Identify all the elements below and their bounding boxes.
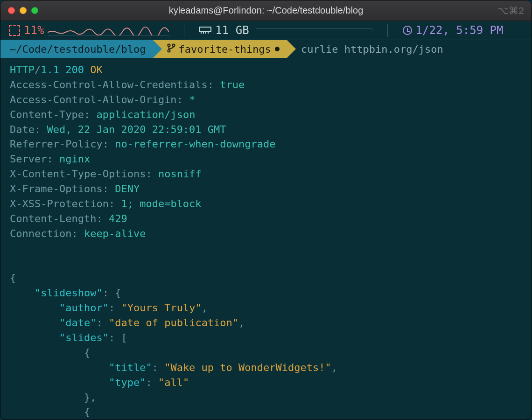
header-key: X-XSS-Protection: [10, 198, 109, 210]
json-brace: {: [10, 272, 16, 284]
status-divider: [184, 24, 184, 37]
clock-icon: [403, 26, 412, 35]
traffic-lights: [8, 7, 38, 14]
terminal-output[interactable]: HTTP/1.1 200 OK Access-Control-Allow-Cre…: [0, 58, 532, 420]
status-divider: [387, 24, 388, 37]
header-value: keep-alive: [84, 228, 146, 239]
json-brace: },: [84, 392, 97, 403]
json-key: "slideshow": [35, 287, 103, 299]
prompt-branch-segment: favorite-things: [153, 40, 287, 58]
header-value: application/json: [96, 109, 195, 120]
branch-dirty-dot: [275, 47, 280, 51]
close-button[interactable]: [8, 7, 15, 14]
header-value: true: [220, 79, 245, 91]
branch-icon: [167, 43, 175, 55]
header-value: nginx: [59, 153, 90, 165]
memory-status: 11 GB: [199, 24, 372, 37]
header-value: 1; mode=block: [121, 198, 201, 210]
http-code: 200: [65, 64, 84, 76]
header-key: Access-Control-Allow-Credentials: [10, 79, 208, 91]
header-value: no-referrer-when-downgrade: [115, 138, 275, 150]
header-key: Server: [10, 153, 47, 165]
prompt-branch: favorite-things: [178, 43, 271, 55]
json-brace: {: [84, 406, 90, 418]
svg-point-7: [168, 49, 170, 52]
minimize-button[interactable]: [20, 7, 27, 14]
header-key: Content-Type: [10, 109, 84, 120]
json-key: "date": [59, 317, 96, 329]
svg-point-6: [173, 44, 175, 46]
http-status: OK: [90, 64, 103, 76]
prompt-path-segment: ~/Code/testdouble/blog: [0, 40, 153, 58]
header-key: X-Frame-Options: [10, 183, 103, 195]
json-key: "slides": [59, 332, 109, 343]
header-key: X-Content-Type-Options: [10, 168, 146, 180]
cpu-percent: 11%: [24, 24, 44, 37]
header-key: Date: [10, 124, 35, 135]
header-key: Referrer-Policy: [10, 138, 103, 150]
memory-value: 11 GB: [215, 24, 249, 37]
http-protocol: HTTP: [10, 64, 35, 76]
header-key: Access-Control-Allow-Origin: [10, 94, 177, 105]
svg-rect-0: [200, 27, 211, 32]
header-value: Wed, 22 Jan 2020 22:59:01 GMT: [47, 124, 226, 135]
json-string: "all": [158, 377, 189, 388]
header-value: DENY: [115, 183, 140, 195]
prompt-bar: ~/Code/testdouble/blog favorite-things c…: [0, 40, 532, 58]
prompt-path: ~/Code/testdouble/blog: [10, 43, 146, 55]
prompt-command: curlie httpbin.org/json: [287, 43, 443, 55]
time-status: 1/22, 5:59 PM: [403, 24, 504, 37]
cpu-status: 11%: [9, 24, 169, 37]
header-value: nosniff: [158, 168, 202, 180]
json-string: "date of publication": [109, 317, 238, 329]
maximize-button[interactable]: [31, 7, 38, 14]
header-value: *: [189, 94, 195, 105]
window-titlebar[interactable]: kyleadams@Forlindon: ~/Code/testdouble/b…: [0, 0, 532, 21]
json-key: "type": [109, 377, 146, 388]
cpu-icon: [9, 25, 20, 36]
ram-icon: [199, 24, 211, 37]
window-title: kyleadams@Forlindon: ~/Code/testdouble/b…: [0, 5, 532, 16]
status-bar: 11% 11 GB 1/22, 5:59 PM: [0, 21, 532, 40]
svg-point-5: [168, 44, 170, 46]
json-brace: {: [84, 347, 90, 358]
shortcut-hint: ⌥⌘2: [497, 5, 524, 16]
http-version: 1.1: [41, 64, 59, 76]
json-string: "Yours Truly": [121, 302, 201, 314]
header-value: 429: [109, 213, 127, 224]
json-key: "author": [59, 302, 109, 314]
datetime-value: 1/22, 5:59 PM: [416, 24, 504, 37]
json-string: "Wake up to WonderWidgets!": [164, 362, 331, 373]
cpu-sparkline: [48, 25, 169, 35]
memory-bar: [256, 28, 372, 32]
header-key: Content-Length: [10, 213, 96, 224]
header-key: Connection: [10, 228, 71, 239]
json-key: "title": [109, 362, 152, 373]
